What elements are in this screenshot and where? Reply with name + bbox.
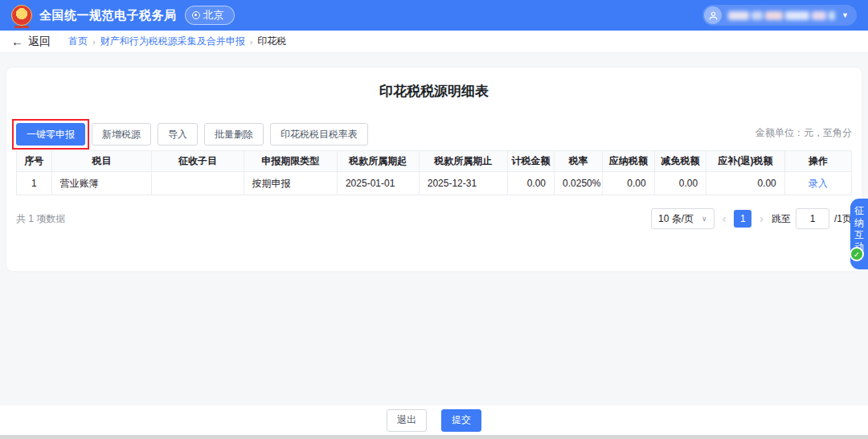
col-taxable-amount: 计税金额 [507, 151, 554, 172]
pagination-controls: 10 条/页 ∨ ‹ 1 › 跳至 /1页 [651, 208, 852, 229]
table-row: 1 营业账簿 按期申报 2025-01-01 2025-12-31 0.00 0… [17, 172, 852, 195]
breadcrumb: 首页 › 财产和行为税税源采集及合并申报 › 印花税 [68, 35, 286, 48]
col-tax-balance: 应补(退)税额 [706, 151, 785, 172]
app-title: 全国统一规范电子税务局 [39, 8, 177, 23]
col-period-start: 税款所属期起 [337, 151, 419, 172]
one-click-zero-filing-button[interactable]: 一键零申报 [16, 123, 85, 146]
current-page-button[interactable]: 1 [734, 210, 751, 228]
user-account-menu[interactable]: ▼ [702, 5, 857, 26]
jump-label: 跳至 [772, 212, 791, 226]
cell-rate: 0.0250% [555, 172, 603, 195]
tax-interaction-widget[interactable]: 征纳互动 ✓ [850, 199, 868, 269]
batch-delete-button[interactable]: 批量删除 [204, 123, 264, 146]
cell-sub-item [152, 172, 244, 195]
cell-tax-payable: 0.00 [603, 172, 654, 195]
page-jump: 跳至 /1页 [772, 208, 852, 229]
col-tax-item: 税目 [51, 151, 152, 172]
bottom-divider [0, 435, 868, 439]
cell-tax-item: 营业账簿 [51, 172, 152, 195]
total-count-label: 共 1 项数据 [16, 212, 65, 226]
location-selector[interactable]: 北京 [185, 6, 235, 25]
breadcrumb-collection[interactable]: 财产和行为税税源采集及合并申报 [100, 35, 245, 48]
page-title: 印花税税源明细表 [6, 68, 862, 101]
entry-link[interactable]: 录入 [809, 178, 828, 189]
national-emblem-logo [11, 5, 32, 26]
breadcrumb-separator: › [92, 37, 96, 47]
col-rate: 税率 [555, 151, 603, 172]
col-tax-payable: 应纳税额 [603, 151, 654, 172]
back-button[interactable]: ← 返回 [11, 35, 51, 49]
cell-period-type: 按期申报 [244, 172, 337, 195]
redacted-username [728, 11, 835, 20]
prev-page-button[interactable]: ‹ [721, 212, 728, 225]
cell-tax-reduction: 0.00 [654, 172, 706, 195]
cell-period-start: 2025-01-01 [337, 172, 419, 195]
breadcrumb-current: 印花税 [257, 35, 286, 48]
tax-interaction-label: 征纳互动 [854, 205, 865, 253]
cell-taxable-amount: 0.00 [507, 172, 554, 195]
assistant-chat-icon: ✓ [850, 247, 864, 261]
col-seq: 序号 [17, 151, 52, 172]
location-label: 北京 [203, 8, 224, 23]
col-sub-item: 征收子目 [152, 151, 244, 172]
tax-source-table: 序号 税目 征收子目 申报期限类型 税款所属期起 税款所属期止 计税金额 税率 … [16, 150, 852, 195]
total-pages-label: /1页 [834, 212, 852, 226]
add-tax-source-button[interactable]: 新增税源 [92, 123, 151, 146]
col-period-type: 申报期限类型 [244, 151, 337, 172]
page-size-value: 10 条/页 [658, 212, 694, 226]
cell-seq: 1 [17, 172, 52, 195]
table-header-row: 序号 税目 征收子目 申报期限类型 税款所属期起 税款所属期止 计税金额 税率 … [17, 151, 852, 172]
app-header: 全国统一规范电子税务局 北京 ▼ [0, 0, 868, 31]
location-pin-icon [192, 11, 200, 19]
col-tax-reduction: 减免税额 [654, 151, 706, 172]
stamp-tax-card: 印花税税源明细表 一键零申报 新增税源 导入 批量删除 印花税税目税率表 金额单… [6, 68, 862, 271]
stamp-tax-rate-table-button[interactable]: 印花税税目税率表 [270, 123, 368, 146]
back-label: 返回 [28, 35, 51, 49]
toolbar: 一键零申报 新增税源 导入 批量删除 印花税税目税率表 金额单位：元，至角分 [6, 120, 862, 146]
chevron-down-icon: ∨ [702, 215, 707, 223]
back-arrow-icon: ← [11, 35, 23, 48]
col-period-end: 税款所属期止 [419, 151, 507, 172]
jump-page-input[interactable] [796, 208, 829, 229]
breadcrumb-separator: › [250, 37, 253, 47]
amount-unit-note: 金额单位：元，至角分 [755, 126, 852, 146]
submit-button[interactable]: 提交 [441, 409, 481, 432]
next-page-button[interactable]: › [758, 212, 765, 225]
footer-action-bar: 退出 提交 [0, 404, 868, 435]
exit-button[interactable]: 退出 [387, 409, 427, 432]
breadcrumb-home[interactable]: 首页 [68, 35, 88, 48]
cell-period-end: 2025-12-31 [419, 172, 507, 195]
user-avatar-icon [704, 6, 722, 24]
import-button[interactable]: 导入 [158, 123, 198, 146]
col-actions: 操作 [784, 151, 851, 172]
pagination-row: 共 1 项数据 10 条/页 ∨ ‹ 1 › 跳至 /1页 [16, 208, 852, 229]
breadcrumb-bar: ← 返回 首页 › 财产和行为税税源采集及合并申报 › 印花税 [0, 31, 868, 53]
page-size-select[interactable]: 10 条/页 ∨ [651, 208, 714, 229]
cell-tax-balance: 0.00 [706, 172, 785, 195]
chevron-down-icon: ▼ [841, 11, 849, 19]
